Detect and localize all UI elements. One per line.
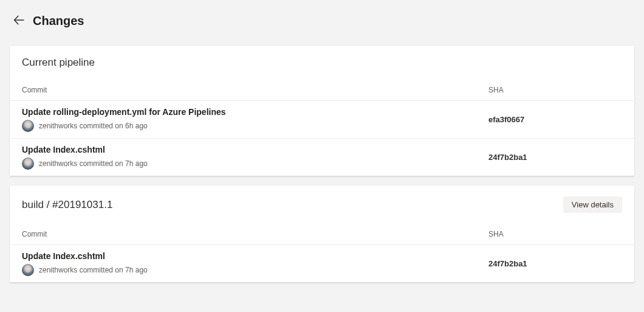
- commit-row[interactable]: Update Index.cshtml zenithworks committe…: [10, 139, 634, 176]
- col-header-sha: SHA: [488, 86, 622, 94]
- table-header: Commit SHA: [10, 74, 634, 101]
- commit-row[interactable]: Update rolling-deployment.yml for Azure …: [10, 101, 634, 139]
- table-header: Commit SHA: [10, 218, 634, 245]
- pipeline-card: Current pipeline Commit SHA Update rolli…: [10, 46, 634, 176]
- commit-meta: zenithworks committed on 7h ago: [39, 266, 148, 274]
- col-header-sha: SHA: [488, 230, 622, 238]
- card-title: Current pipeline: [22, 57, 95, 69]
- page-title: Changes: [33, 14, 84, 28]
- commit-meta: zenithworks committed on 7h ago: [39, 159, 148, 168]
- avatar: [22, 120, 34, 132]
- build-card: build / #20191031.1 View details Commit …: [10, 185, 634, 282]
- commit-title: Update Index.cshtml: [22, 251, 488, 261]
- commit-row[interactable]: Update Index.cshtml zenithworks committe…: [10, 245, 634, 282]
- back-button[interactable]: [11, 12, 27, 30]
- arrow-left-icon: [13, 15, 24, 27]
- commit-title: Update Index.cshtml: [22, 145, 488, 154]
- commit-sha: efa3f0667: [488, 115, 622, 124]
- commit-sha: 24f7b2ba1: [488, 153, 622, 162]
- col-header-commit: Commit: [22, 86, 488, 94]
- card-title: build / #20191031.1: [22, 199, 112, 211]
- commit-sha: 24f7b2ba1: [488, 259, 622, 268]
- avatar: [22, 264, 34, 276]
- view-details-button[interactable]: View details: [563, 196, 622, 213]
- col-header-commit: Commit: [22, 230, 488, 238]
- avatar: [22, 158, 34, 170]
- commit-meta: zenithworks committed on 6h ago: [39, 122, 148, 130]
- commit-title: Update rolling-deployment.yml for Azure …: [22, 107, 488, 117]
